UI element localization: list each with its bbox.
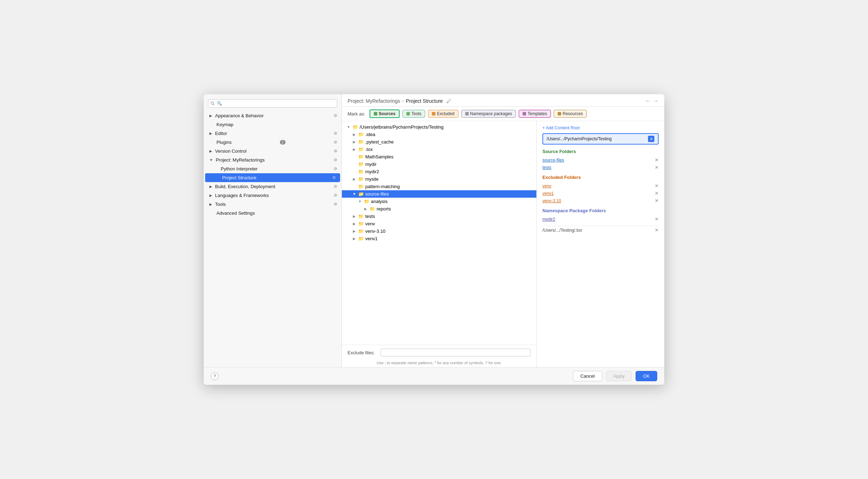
expand-arrow-editor: ▶ (209, 131, 212, 135)
remove-mydir2-button[interactable]: ✕ (655, 216, 659, 222)
remove-venv310-button[interactable]: ✕ (655, 198, 659, 203)
exclude-hint: Use ; to separate name patterns, * for a… (342, 360, 536, 367)
edit-icon[interactable]: 🖊 (446, 98, 451, 104)
sidebar-item-version-control[interactable]: ▶ Version Control ⚙ (204, 147, 342, 156)
tree-item-label: pattern-matching (365, 184, 400, 189)
tree-arrow-idea: ▶ (352, 133, 357, 136)
markas-resources-button[interactable]: Resources (554, 110, 587, 118)
sidebar-item-project-structure[interactable]: Project Structure ⚙ (205, 173, 340, 182)
templates-label: Templates (528, 111, 547, 116)
tree-item-idea[interactable]: ▶ 📁 .idea (342, 131, 536, 138)
tree-item-label: mydir (365, 162, 377, 167)
folder-icon-tests: 📁 (358, 214, 364, 219)
exclude-input[interactable] (381, 349, 531, 356)
markas-namespace-button[interactable]: Namespace packages (461, 110, 516, 118)
tree-item-mathsamples[interactable]: 📁 MathSamples (342, 153, 536, 160)
settings-icon-appearance: ⚙ (334, 113, 337, 118)
settings-dialog: ▶ Appearance & Behavior ⚙ Keymap ▶ Edito… (204, 94, 664, 385)
tree-arrow-tox: ▶ (352, 147, 357, 151)
tree-item-mysite[interactable]: ▶ 📁 mysite (342, 175, 536, 183)
breadcrumb-project: Project: MyRefactorings (348, 98, 400, 104)
tree-item-venv310[interactable]: ▶ 📁 venv-3.10 (342, 227, 536, 235)
settings-icon-python: ⚙ (334, 167, 337, 171)
remove-other-entry-button[interactable]: ✕ (655, 227, 659, 233)
sources-dot (374, 112, 377, 115)
source-folder-tests: tests ✕ (542, 164, 659, 171)
sidebar-item-build[interactable]: ▶ Build, Execution, Deployment ⚙ (204, 182, 342, 191)
forward-button[interactable]: → (653, 98, 659, 104)
tree-item-label: venv1 (365, 236, 378, 241)
apply-button[interactable]: Apply (606, 371, 632, 381)
panel-header: Project: MyRefactorings › Project Struct… (342, 94, 664, 107)
tree-item-venv1[interactable]: ▶ 📁 venv1 (342, 235, 536, 242)
sidebar-item-appearance[interactable]: ▶ Appearance & Behavior ⚙ (204, 111, 342, 120)
help-button[interactable]: ? (211, 372, 219, 380)
sidebar-item-project[interactable]: ▼ Project: MyRefactorings ⚙ (204, 156, 342, 164)
excluded-folder-venv310: venv-3.10 ✕ (542, 197, 659, 204)
source-files-link[interactable]: source-files (542, 158, 564, 163)
tree-item-tox[interactable]: ▶ 📁 .tox (342, 146, 536, 153)
exclude-label: Exclude files: (348, 350, 375, 355)
venv-link[interactable]: venv (542, 184, 551, 188)
venv310-link[interactable]: venv-3.10 (542, 198, 561, 203)
markas-sources-button[interactable]: Sources (370, 109, 400, 118)
tests-label: Tests (411, 111, 421, 116)
sidebar-item-python-interpreter[interactable]: Python Interpreter ⚙ (204, 164, 342, 173)
root-path-entry: /Users/.../PycharmProjects/Testing ✕ Rem… (542, 133, 659, 145)
remove-source-files-button[interactable]: ✕ (655, 157, 659, 163)
footer-left: ? (211, 372, 219, 380)
sidebar-item-tools[interactable]: ▶ Tools ⚙ (204, 200, 342, 209)
markas-templates-button[interactable]: Templates (519, 110, 551, 118)
sidebar-item-keymap[interactable]: Keymap (204, 120, 342, 129)
main-panel: Project: MyRefactorings › Project Struct… (342, 94, 664, 367)
markas-excluded-button[interactable]: Excluded (428, 110, 458, 118)
tree-item-sourcefiles[interactable]: ▼ 📁 source-files (342, 190, 536, 198)
remove-venv-button[interactable]: ✕ (655, 183, 659, 188)
sidebar-item-editor[interactable]: ▶ Editor ⚙ (204, 129, 342, 138)
mydir2-link[interactable]: mydir2 (542, 217, 555, 222)
remove-root-button[interactable]: ✕ (648, 136, 654, 142)
exclude-bar: Exclude files: (342, 345, 536, 360)
folder-icon-analysis: 📁 (364, 199, 370, 204)
tree-item-reports[interactable]: ▶ 📁 reports (342, 205, 536, 213)
sidebar-item-label: Tools (215, 202, 226, 207)
expand-arrow-tools: ▶ (209, 202, 212, 206)
markas-bar: Mark as: Sources Tests Excluded Namespac… (342, 107, 664, 121)
tree-item-label: .pytest_cache (365, 139, 394, 145)
sidebar-item-languages[interactable]: ▶ Languages & Frameworks ⚙ (204, 191, 342, 200)
namespace-folder-mydir2: mydir2 ✕ (542, 215, 659, 223)
tests-link[interactable]: tests (542, 165, 551, 170)
sidebar-item-advanced[interactable]: Advanced Settings (204, 209, 342, 218)
sidebar-item-label: Version Control (215, 148, 247, 154)
tree-item-venv[interactable]: ▶ 📁 venv (342, 220, 536, 227)
folder-icon-reports: 📁 (370, 206, 375, 212)
tree-item-mydir2[interactable]: 📁 mydir2 (342, 168, 536, 175)
sidebar-item-plugins[interactable]: Plugins 2 ⚙ (204, 138, 342, 147)
venv1-link[interactable]: venv1 (542, 191, 554, 196)
tree-item-patternmatching[interactable]: 📁 pattern-matching (342, 183, 536, 190)
remove-venv1-button[interactable]: ✕ (655, 191, 659, 196)
tree-item-mydir[interactable]: 📁 mydir (342, 160, 536, 168)
search-input[interactable] (208, 99, 337, 108)
cancel-button[interactable]: Cancel (573, 371, 602, 381)
tree-item-label: tests (365, 214, 375, 219)
tree-item-root[interactable]: ▼ 📁 /Users/jetbrains/PycharmProjects/Tes… (342, 123, 536, 131)
tree-item-pytest[interactable]: ▶ 📁 .pytest_cache (342, 138, 536, 146)
expand-arrow-appearance: ▶ (209, 114, 212, 118)
settings-icon-build: ⚙ (334, 184, 337, 189)
add-content-root-label: + Add Content Root (542, 125, 580, 130)
tree-item-analysis[interactable]: ▼ 📁 analysis (342, 198, 536, 205)
namespace-folders-header: Namespace Package Folders (542, 208, 659, 213)
ok-button[interactable]: OK (636, 371, 657, 381)
expand-arrow-build: ▶ (209, 185, 212, 188)
tree-item-tests[interactable]: ▶ 📁 tests (342, 213, 536, 220)
back-button[interactable]: ← (645, 98, 651, 104)
settings-icon-project: ⚙ (334, 158, 337, 162)
markas-tests-button[interactable]: Tests (402, 110, 425, 118)
remove-tests-button[interactable]: ✕ (655, 165, 659, 170)
other-content-entry: /Users/.../Testing/.tox ✕ (542, 226, 659, 234)
tree-arrow-venv: ▶ (352, 222, 357, 226)
add-content-root-button[interactable]: + Add Content Root (542, 125, 659, 130)
folder-icon-root: 📁 (353, 124, 358, 130)
expand-arrow-vc: ▶ (209, 149, 212, 153)
